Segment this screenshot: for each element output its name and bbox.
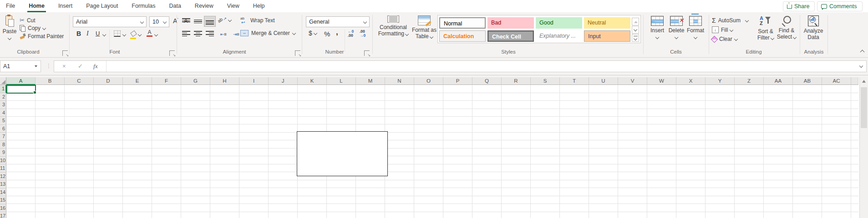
insert-cells-button[interactable]: ← Insert bbox=[648, 16, 666, 40]
style-chip-explanatory[interactable]: Explanatory ... bbox=[536, 30, 582, 42]
style-chip-calculation[interactable]: Calculation bbox=[439, 30, 486, 42]
row-header-10[interactable]: 10 bbox=[0, 157, 6, 165]
number-format-select[interactable]: General bbox=[306, 16, 370, 27]
autosum-dropdown-icon[interactable] bbox=[745, 19, 749, 22]
name-box-dropdown-icon[interactable] bbox=[35, 65, 37, 67]
format-as-table-button[interactable]: Format as Table bbox=[411, 15, 437, 40]
font-family-select[interactable]: Arial bbox=[73, 16, 147, 27]
clear-dropdown-icon[interactable] bbox=[734, 37, 737, 41]
format-painter-button[interactable]: Format Painter bbox=[20, 33, 64, 40]
row-header-7[interactable]: 7 bbox=[0, 133, 6, 141]
percent-style-button[interactable]: % bbox=[324, 30, 330, 38]
share-button[interactable]: Share bbox=[783, 1, 815, 11]
insert-function-button[interactable]: fx bbox=[93, 63, 98, 70]
column-header-M[interactable]: M bbox=[356, 77, 385, 85]
column-header-extra[interactable] bbox=[851, 77, 858, 85]
wrap-text-button[interactable]: Wrap Text bbox=[240, 17, 275, 24]
row-header-14[interactable]: 14 bbox=[0, 188, 6, 197]
clear-button[interactable]: Clear bbox=[712, 36, 737, 42]
column-header-S[interactable]: S bbox=[531, 77, 560, 85]
style-chip-good[interactable]: Good bbox=[536, 17, 582, 29]
font-dialog-launcher-icon[interactable] bbox=[169, 50, 175, 56]
merge-center-button[interactable]: ↔ Merge & Center bbox=[240, 30, 295, 36]
column-header-Q[interactable]: Q bbox=[472, 77, 502, 85]
column-header-AA[interactable]: AA bbox=[764, 77, 793, 85]
column-header-K[interactable]: K bbox=[298, 77, 327, 85]
comma-style-button[interactable]: , bbox=[336, 28, 338, 37]
style-chip-neutral[interactable]: Neutral bbox=[584, 17, 630, 29]
styles-scroll-up-button[interactable] bbox=[632, 18, 639, 25]
column-header-Z[interactable]: Z bbox=[735, 77, 764, 85]
style-chip-bad[interactable]: Bad bbox=[487, 17, 534, 29]
tab-page-layout[interactable]: Page Layout bbox=[85, 0, 119, 12]
column-header-O[interactable]: O bbox=[414, 77, 443, 85]
row-header-2[interactable]: 2 bbox=[0, 93, 6, 101]
column-header-X[interactable]: X bbox=[676, 77, 706, 85]
row-header-17[interactable]: 17 bbox=[0, 212, 6, 218]
column-header-B[interactable]: B bbox=[36, 77, 65, 85]
collapse-ribbon-icon[interactable] bbox=[860, 50, 865, 53]
row-header-13[interactable]: 13 bbox=[0, 180, 6, 188]
style-chip-check_cell[interactable]: Check Cell bbox=[487, 30, 534, 42]
column-header-F[interactable]: F bbox=[152, 77, 181, 85]
cut-button[interactable]: ✂ Cut bbox=[20, 17, 36, 24]
orientation-button[interactable] bbox=[218, 16, 231, 24]
cells-area[interactable] bbox=[6, 85, 858, 218]
column-header-G[interactable]: G bbox=[181, 77, 210, 85]
tab-insert[interactable]: Insert bbox=[57, 0, 74, 12]
number-dialog-launcher-icon[interactable] bbox=[364, 50, 370, 56]
scrollbar-thumb[interactable] bbox=[861, 87, 867, 128]
underline-dropdown-icon[interactable] bbox=[102, 33, 106, 36]
tab-formulas[interactable]: Formulas bbox=[130, 0, 157, 12]
copy-button[interactable]: Copy bbox=[20, 25, 46, 31]
tab-file[interactable]: File bbox=[5, 0, 16, 12]
align-left-button[interactable] bbox=[180, 29, 192, 40]
row-header-1[interactable]: 1 bbox=[0, 85, 6, 93]
autosum-button[interactable]: Σ AutoSum bbox=[712, 17, 748, 24]
align-center-button[interactable] bbox=[192, 29, 204, 40]
row-header-4[interactable]: 4 bbox=[0, 109, 6, 117]
column-header-T[interactable]: T bbox=[560, 77, 589, 85]
font-size-select[interactable]: 10 bbox=[149, 16, 169, 27]
conditional-formatting-button[interactable]: Conditional Formatting bbox=[376, 15, 410, 37]
analyze-data-button[interactable]: Analyze Data bbox=[803, 15, 824, 40]
comments-button[interactable]: Comments bbox=[817, 1, 863, 11]
column-header-H[interactable]: H bbox=[210, 77, 239, 85]
borders-dropdown-icon[interactable] bbox=[122, 33, 126, 36]
tab-view[interactable]: View bbox=[226, 0, 241, 12]
tab-review[interactable]: Review bbox=[193, 0, 215, 12]
styles-more-button[interactable] bbox=[632, 34, 639, 42]
column-header-Y[interactable]: Y bbox=[706, 77, 735, 85]
paste-dropdown-icon[interactable] bbox=[8, 36, 11, 40]
clipboard-dialog-launcher-icon[interactable] bbox=[62, 50, 68, 56]
formula-bar-grip-icon[interactable]: ⋮ bbox=[46, 63, 51, 69]
borders-icon[interactable] bbox=[114, 30, 121, 37]
decrease-decimal-button[interactable]: .00 →0 bbox=[360, 30, 365, 38]
enter-button[interactable]: ✓ bbox=[78, 63, 83, 69]
row-header-9[interactable]: 9 bbox=[0, 149, 6, 157]
increase-font-size-button[interactable]: Aˆ bbox=[173, 17, 178, 25]
row-header-11[interactable]: 11 bbox=[0, 164, 6, 173]
find-select-button[interactable]: Find & Select bbox=[777, 16, 797, 40]
vertical-scrollbar[interactable] bbox=[859, 77, 868, 218]
row-header-8[interactable]: 8 bbox=[0, 141, 6, 149]
align-right-button[interactable] bbox=[204, 29, 216, 40]
rectangle-shape[interactable] bbox=[297, 131, 388, 176]
tab-home[interactable]: Home bbox=[27, 0, 46, 12]
scrollbar-up-icon[interactable] bbox=[862, 80, 866, 83]
fill-color-dropdown-icon[interactable] bbox=[138, 33, 142, 36]
column-header-N[interactable]: N bbox=[385, 77, 414, 85]
column-header-L[interactable]: L bbox=[327, 77, 356, 85]
row-header-3[interactable]: 3 bbox=[0, 101, 6, 109]
fill-color-button[interactable] bbox=[130, 30, 137, 39]
middle-align-button[interactable] bbox=[192, 16, 204, 27]
font-color-dropdown-icon[interactable] bbox=[154, 33, 158, 36]
copy-dropdown-icon[interactable] bbox=[42, 26, 46, 30]
name-box[interactable]: A1 bbox=[0, 60, 41, 72]
column-header-E[interactable]: E bbox=[123, 77, 152, 85]
underline-button[interactable]: U bbox=[96, 30, 100, 37]
column-header-W[interactable]: W bbox=[647, 77, 676, 85]
row-header-5[interactable]: 5 bbox=[0, 117, 6, 125]
decrease-indent-button[interactable]: ⇤≡ bbox=[218, 29, 229, 40]
row-header-12[interactable]: 12 bbox=[0, 173, 6, 181]
